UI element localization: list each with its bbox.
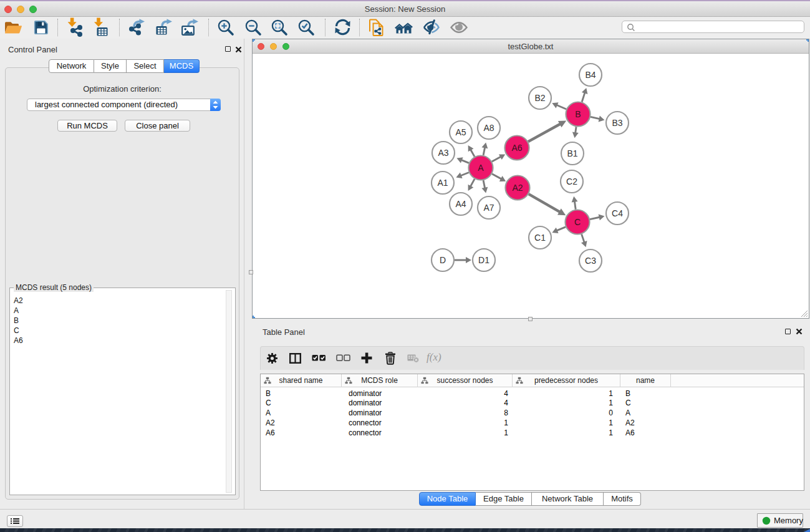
- svg-text:A: A: [478, 163, 484, 173]
- svg-text:B4: B4: [585, 70, 595, 80]
- svg-text:B: B: [575, 109, 581, 119]
- svg-text:C1: C1: [534, 233, 546, 243]
- svg-text:B1: B1: [567, 148, 577, 158]
- svg-text:B3: B3: [612, 118, 622, 128]
- svg-text:D: D: [440, 255, 446, 265]
- svg-text:A5: A5: [455, 127, 466, 137]
- svg-text:A2: A2: [512, 183, 523, 193]
- svg-text:A7: A7: [483, 203, 494, 213]
- svg-text:D1: D1: [478, 255, 489, 265]
- svg-text:A8: A8: [483, 123, 494, 133]
- svg-text:C2: C2: [566, 177, 577, 186]
- svg-text:C: C: [574, 217, 581, 227]
- svg-text:A6: A6: [511, 143, 522, 153]
- svg-text:C4: C4: [612, 208, 623, 218]
- svg-text:A1: A1: [437, 178, 448, 188]
- svg-text:A3: A3: [438, 148, 448, 158]
- svg-text:A4: A4: [455, 199, 466, 209]
- svg-text:C3: C3: [585, 256, 596, 266]
- svg-text:B2: B2: [534, 93, 545, 103]
